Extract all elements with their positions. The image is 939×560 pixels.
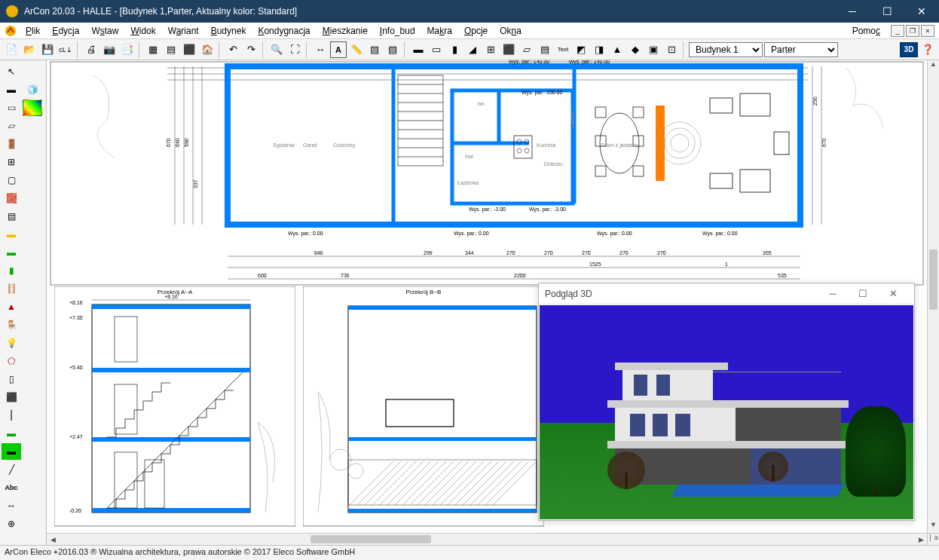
mdi-minimize-button[interactable]: _ <box>891 25 904 37</box>
mdi-restore-button[interactable]: ❐ <box>906 25 919 37</box>
misc2-button[interactable]: ◆ <box>627 41 644 58</box>
wall-tool-button[interactable]: ▬ <box>410 41 427 58</box>
color-palette-button[interactable] <box>23 99 42 116</box>
dormer-palette-button[interactable]: ⬠ <box>2 353 21 369</box>
menu-pomoc[interactable]: Pomoc <box>846 24 886 38</box>
window-palette-button[interactable]: ⊞ <box>2 154 21 170</box>
minimize-button[interactable]: ─ <box>835 0 870 23</box>
menu-kondygnacja[interactable]: Kondygnacja <box>252 24 316 38</box>
paint-palette-button[interactable]: ▬ <box>2 443 21 460</box>
furniture-palette-button[interactable]: 🪑 <box>2 317 21 333</box>
stairs-palette-button[interactable]: 🪜 <box>2 280 21 297</box>
vertical-scrollbar[interactable]: ▲ ▼ <box>927 60 939 533</box>
menu-widok[interactable]: Widok <box>124 24 161 38</box>
open-file-button[interactable]: 📂 <box>21 41 38 58</box>
beam-palette-button[interactable]: ▬ <box>2 244 21 261</box>
grid-button[interactable]: ▤ <box>163 41 179 58</box>
slab-button[interactable]: ▭ <box>428 41 445 58</box>
floor-select[interactable]: Parter <box>764 42 838 57</box>
preview-3d-viewport[interactable] <box>540 305 913 519</box>
opening-button[interactable]: ▱ <box>518 41 535 58</box>
zoom-extents-button[interactable]: ⛶ <box>286 41 303 58</box>
preview-3d-titlebar[interactable]: Podgląd 3D ─ ☐ ✕ <box>539 283 914 304</box>
maximize-button[interactable]: ☐ <box>870 0 904 23</box>
slab-palette-button[interactable]: ▱ <box>2 118 21 134</box>
menu-okna[interactable]: Okna <box>494 24 528 38</box>
menu-wstaw[interactable]: Wstaw <box>85 24 124 38</box>
save-button[interactable]: 💾 <box>39 41 56 58</box>
measure-palette-button[interactable]: ▬ <box>2 425 21 442</box>
menu-wariant[interactable]: Wariant <box>162 24 205 38</box>
preview-close-button[interactable]: ✕ <box>878 288 908 299</box>
menu-opcje[interactable]: Opcje <box>458 24 494 38</box>
line-palette-button[interactable]: ╱ <box>2 461 21 478</box>
wall-palette-button[interactable]: ▬ <box>2 81 21 98</box>
close-button[interactable]: ✕ <box>904 0 939 23</box>
building-select[interactable]: Budynek 1 <box>689 42 763 57</box>
ceiling-palette-button[interactable]: ▬ <box>2 226 21 243</box>
camera-button[interactable]: 📷 <box>101 41 118 58</box>
scroll-corner[interactable]: | a <box>927 533 939 545</box>
hatch1-button[interactable]: ▨ <box>366 41 383 58</box>
preview-minimize-button[interactable]: ─ <box>818 288 848 299</box>
section-line-button[interactable]: ⎮ <box>2 407 21 424</box>
misc4-button[interactable]: ⊡ <box>663 41 680 58</box>
menu-edycja[interactable]: Edycja <box>46 24 85 38</box>
window-tool-button[interactable]: ⊞ <box>482 41 499 58</box>
scroll-corner-a[interactable]: a <box>934 534 940 545</box>
save-as-button[interactable]: cL⤓ <box>57 41 74 58</box>
horizontal-scrollbar[interactable]: ◀ ▶ <box>47 533 927 545</box>
terrain-palette-button[interactable]: ⬛ <box>2 389 21 405</box>
misc1-button[interactable]: ▲ <box>609 41 625 58</box>
undo-button[interactable]: ↶ <box>225 41 241 58</box>
north-button[interactable]: ◨ <box>591 41 607 58</box>
vscroll-thumb[interactable] <box>929 249 937 310</box>
new-file-button[interactable]: 📄 <box>3 41 20 58</box>
room-palette-button[interactable]: ▭ <box>2 99 21 116</box>
ruler-button[interactable]: 📏 <box>348 41 365 58</box>
light-palette-button[interactable]: 💡 <box>2 335 21 351</box>
layers-button[interactable]: ⬛ <box>181 41 197 58</box>
zoom-button[interactable]: 🔍 <box>268 41 285 58</box>
opening-palette-button[interactable]: ▢ <box>2 172 21 188</box>
menu-plik[interactable]: Plik <box>20 24 46 38</box>
menu-makra[interactable]: Makra <box>421 24 458 38</box>
floor-palette-button[interactable]: ▤ <box>2 208 21 225</box>
select-tool[interactable]: ↖ <box>2 63 21 80</box>
house-button[interactable]: 🏠 <box>199 41 216 58</box>
mdi-close-button[interactable]: × <box>921 25 934 37</box>
misc3-button[interactable]: ▣ <box>645 41 662 58</box>
hscroll-thumb[interactable] <box>310 535 431 543</box>
guide-palette-button[interactable]: ⊕ <box>2 516 21 532</box>
text-palette-button[interactable]: Abc <box>2 479 21 496</box>
scroll-up-arrow[interactable]: ▲ <box>928 60 939 72</box>
view-3d-button[interactable]: 3D <box>900 42 918 57</box>
scroll-left-arrow[interactable]: ◀ <box>47 534 59 545</box>
hatch2-button[interactable]: ▧ <box>384 41 401 58</box>
preview-maximize-button[interactable]: ☐ <box>848 288 878 299</box>
column-button[interactable]: ▮ <box>446 41 463 58</box>
floor-plan-view[interactable]: Garaż Sypialnia Gościnny hwr wc Łazienka… <box>47 60 927 286</box>
door-palette-button[interactable]: 🚪 <box>2 136 21 152</box>
drawing-canvas[interactable]: Garaż Sypialnia Gościnny hwr wc Łazienka… <box>47 60 927 533</box>
scroll-corner-pipe[interactable]: | <box>928 534 934 545</box>
menu-mieszkanie[interactable]: Mieszkanie <box>317 24 374 38</box>
stairs-tool-button[interactable]: ▤ <box>537 41 553 58</box>
section-button[interactable]: ◩ <box>573 41 589 58</box>
print-button[interactable]: 🖨 <box>83 41 99 58</box>
export-button[interactable]: 📑 <box>119 41 136 58</box>
column-palette-button[interactable]: ▮ <box>2 262 21 279</box>
door-tool-button[interactable]: ⬛ <box>500 41 517 58</box>
redo-button[interactable]: ↷ <box>243 41 259 58</box>
dimension-button[interactable]: ↔ <box>312 41 329 58</box>
section-b-view[interactable]: Przekrój B~B <box>303 286 544 528</box>
dimension-palette-button[interactable]: ↔ <box>2 497 21 514</box>
section-a-view[interactable]: Przekrój A~A <box>54 286 295 528</box>
text-object-button[interactable]: Text <box>555 41 571 58</box>
text-tool-button[interactable]: A <box>330 41 347 58</box>
roof-tool-button[interactable]: ◢ <box>464 41 481 58</box>
wall3d-palette-button[interactable]: 🧊 <box>23 81 42 98</box>
brick-palette-button[interactable]: 🧱 <box>2 190 21 207</box>
menu-budynek[interactable]: Budynek <box>205 24 252 38</box>
menu-info-bud[interactable]: Info_bud <box>374 24 421 38</box>
